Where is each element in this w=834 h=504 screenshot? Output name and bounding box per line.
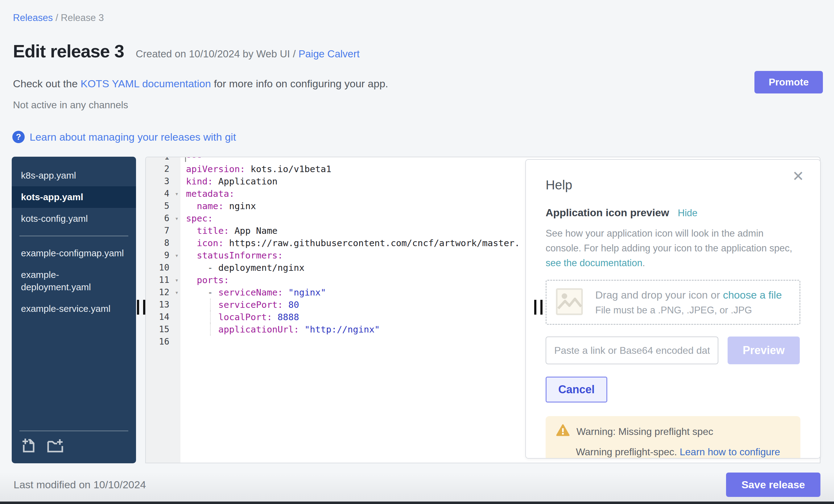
dropzone-requirements: File must be a .PNG, .JPEG, or .JPG bbox=[595, 305, 782, 316]
help-description-suffix: . bbox=[642, 258, 645, 268]
dropzone-prompt: Drag and drop your icon or choose a file bbox=[595, 289, 782, 301]
channels-status: Not active in any channels bbox=[13, 99, 128, 111]
icon-dropzone[interactable]: Drag and drop your icon or choose a file… bbox=[546, 280, 800, 325]
file-item-k8s-app.yaml[interactable]: k8s-app.yaml bbox=[12, 165, 136, 186]
docs-line-post: for more info on configuring your app. bbox=[211, 78, 388, 89]
fold-arrow-icon[interactable]: ▾ bbox=[175, 249, 179, 262]
line-number: 9▾ bbox=[146, 249, 180, 262]
help-description-text: See how your application icon will look … bbox=[546, 228, 792, 254]
help-section-row: Application icon preview Hide bbox=[546, 207, 800, 219]
hide-link[interactable]: Hide bbox=[678, 207, 698, 219]
warning-body: Warning preflight-spec. Learn how to con… bbox=[576, 446, 790, 458]
breadcrumb-releases-link[interactable]: Releases bbox=[13, 12, 53, 23]
file-tree-divider bbox=[19, 236, 128, 236]
line-number: 8 bbox=[146, 237, 180, 249]
file-tree: k8s-app.yamlkots-app.yamlkots-config.yam… bbox=[12, 157, 136, 463]
breadcrumb-current: Release 3 bbox=[61, 12, 104, 23]
dropzone-prompt-text: Drag and drop your icon or bbox=[595, 289, 723, 301]
line-number: 16 bbox=[146, 335, 180, 348]
kots-yaml-docs-link[interactable]: KOTS YAML documentation bbox=[81, 78, 211, 89]
docs-line-pre: Check out the bbox=[13, 78, 81, 89]
fold-arrow-icon[interactable]: ▾ bbox=[175, 212, 179, 224]
image-placeholder-icon bbox=[556, 288, 583, 316]
file-tree-items: k8s-app.yamlkots-app.yamlkots-config.yam… bbox=[12, 165, 136, 320]
learn-configure-link[interactable]: Learn how to configure bbox=[680, 446, 780, 457]
title-row: Edit release 3 Created on 10/10/2024 by … bbox=[13, 41, 360, 61]
promote-button[interactable]: Promote bbox=[754, 71, 823, 93]
add-file-icon[interactable] bbox=[21, 437, 36, 455]
line-number: 7 bbox=[146, 224, 180, 237]
page-title: Edit release 3 bbox=[13, 41, 124, 61]
line-number: 4▾ bbox=[146, 188, 180, 200]
cancel-button[interactable]: Cancel bbox=[546, 377, 607, 402]
created-info: Created on 10/10/2024 by Web UI / Paige … bbox=[136, 48, 360, 60]
add-folder-icon[interactable] bbox=[47, 437, 64, 455]
docs-line: Check out the KOTS YAML documentation fo… bbox=[13, 78, 388, 90]
created-by-link[interactable]: Paige Calvert bbox=[299, 48, 360, 60]
file-item-kots-app.yaml[interactable]: kots-app.yaml bbox=[12, 186, 136, 208]
file-tree-spacer bbox=[12, 320, 136, 431]
indent-guide bbox=[210, 299, 211, 311]
indent-guide bbox=[210, 323, 211, 335]
file-tree-actions bbox=[12, 431, 136, 463]
choose-file-link[interactable]: choose a file bbox=[723, 289, 782, 301]
icon-url-input[interactable] bbox=[546, 336, 718, 364]
help-title: Help bbox=[546, 178, 800, 193]
warning-title: Warning: Missing preflight spec bbox=[576, 426, 713, 437]
breadcrumb: Releases / Release 3 bbox=[13, 12, 104, 23]
fold-arrow-icon[interactable]: ▾ bbox=[175, 286, 179, 299]
fold-arrow-icon[interactable]: ▾ bbox=[175, 188, 179, 200]
editor-resize-handle[interactable] bbox=[137, 300, 145, 314]
fold-arrow-icon[interactable]: ▾ bbox=[175, 274, 179, 286]
line-number: 11▾ bbox=[146, 274, 180, 286]
line-number: 10 bbox=[146, 262, 180, 274]
see-documentation-link[interactable]: see the documentation bbox=[546, 258, 642, 268]
line-number: 15 bbox=[146, 323, 180, 335]
file-item-example-deployment.yaml[interactable]: example-deployment.yaml bbox=[12, 264, 136, 298]
breadcrumb-separator: / bbox=[56, 12, 61, 23]
git-releases-link[interactable]: Learn about managing your releases with … bbox=[29, 131, 236, 143]
warning-triangle-icon bbox=[556, 424, 570, 439]
bottom-strip bbox=[0, 502, 834, 504]
close-icon[interactable]: ✕ bbox=[792, 169, 804, 183]
save-release-button[interactable]: Save release bbox=[726, 473, 820, 497]
git-help-row: ? Learn about managing your releases wit… bbox=[12, 131, 236, 143]
text-caret bbox=[185, 157, 186, 162]
help-description: See how your application icon will look … bbox=[546, 226, 800, 270]
help-panel: ✕ Help Application icon preview Hide See… bbox=[525, 159, 821, 459]
icon-preview-title: Application icon preview bbox=[546, 207, 669, 219]
file-item-example-service.yaml[interactable]: example-service.yaml bbox=[12, 298, 136, 320]
line-number: 14 bbox=[146, 311, 180, 323]
created-text: Created on 10/10/2024 by Web UI / bbox=[136, 48, 299, 60]
last-modified: Last modified on 10/10/2024 bbox=[14, 479, 146, 491]
question-circle-icon: ? bbox=[12, 131, 25, 143]
line-number: 6▾ bbox=[146, 212, 180, 224]
line-number: 5 bbox=[146, 200, 180, 212]
line-number: 1 bbox=[146, 157, 180, 163]
indent-guide bbox=[210, 311, 211, 323]
help-resize-handle[interactable] bbox=[534, 300, 543, 314]
file-item-kots-config.yaml[interactable]: kots-config.yaml bbox=[12, 208, 136, 229]
file-item-example-configmap.yaml[interactable]: example-configmap.yaml bbox=[12, 242, 136, 264]
line-number: 12▾ bbox=[146, 286, 180, 299]
line-number: 3 bbox=[146, 175, 180, 188]
preflight-warning: Warning: Missing preflight spec Warning … bbox=[546, 416, 800, 459]
paste-row: Preview bbox=[546, 336, 800, 364]
warning-body-text: Warning preflight-spec. bbox=[576, 446, 680, 457]
dropzone-text: Drag and drop your icon or choose a file… bbox=[595, 289, 782, 316]
line-number: 2 bbox=[146, 163, 180, 175]
preview-button[interactable]: Preview bbox=[728, 336, 800, 364]
line-number: 13 bbox=[146, 299, 180, 311]
